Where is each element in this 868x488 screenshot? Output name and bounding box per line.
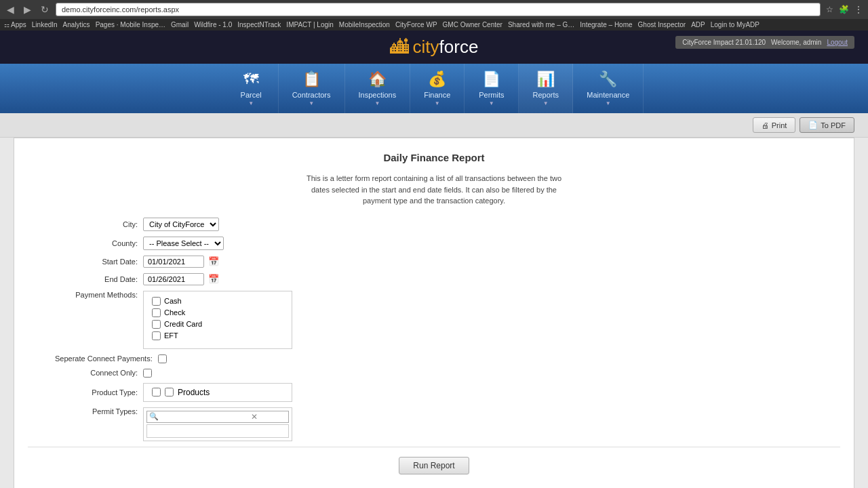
product-type-control: Products [143, 383, 292, 402]
integrate-bookmark[interactable]: Integrate – Home [580, 21, 632, 28]
nav-item-finance[interactable]: 💰 Finance ▼ [410, 64, 465, 113]
notify-welcome: Welcome, admin [771, 39, 821, 46]
payment-methods-label: Payment Methods: [55, 291, 143, 299]
nav-items: 🗺 Parcel ▼ 📋 Contractors ▼ 🏠 Inspections… [224, 64, 644, 113]
gmc-bookmark[interactable]: GMC Owner Center [443, 21, 502, 28]
browser-chrome: ◀ ▶ ↻ ☆ 🧩 ⋮ [0, 0, 868, 19]
inspections-icon: 🏠 [368, 70, 387, 88]
product-type-section: Products [143, 383, 292, 402]
adp-bookmark[interactable]: ADP [691, 21, 705, 28]
end-date-row: End Date: 📅 [28, 273, 840, 285]
refresh-button[interactable]: ↻ [38, 3, 52, 16]
permit-types-row: Permit Types: 🔍 ✕ [28, 407, 840, 441]
credit-card-checkbox[interactable] [152, 320, 161, 329]
nav-label-finance: Finance [424, 91, 450, 99]
finance-icon: 💰 [428, 70, 446, 88]
start-date-input[interactable] [143, 256, 204, 268]
inspectntrack-bookmark[interactable]: InspectNTrack [237, 21, 281, 28]
end-date-input[interactable] [143, 273, 204, 285]
cash-label: Cash [164, 297, 182, 305]
calendar-end-icon[interactable]: 📅 [208, 274, 219, 284]
gmail-bookmark[interactable]: Gmail [171, 21, 189, 28]
products-checkbox[interactable] [165, 388, 174, 396]
product-type-label: Product Type: [55, 388, 143, 396]
check-checkbox[interactable] [152, 308, 161, 317]
mobile-inspect-bookmark[interactable]: MobileInspection [339, 21, 390, 28]
run-report-row: Run Report [28, 457, 840, 474]
separate-connect-control [158, 354, 167, 363]
payment-methods-row: Payment Methods: Cash Check Credit Card [28, 291, 840, 349]
reports-icon: 📊 [536, 70, 555, 88]
settings-icon[interactable]: ⋮ [853, 3, 864, 16]
forward-button[interactable]: ▶ [21, 3, 34, 16]
payment-methods-section: Cash Check Credit Card EFT [143, 291, 292, 349]
linkedin-bookmark[interactable]: LinkedIn [32, 21, 58, 28]
impact-bookmark[interactable]: IMPACT | Login [286, 21, 333, 28]
eft-checkbox[interactable] [152, 331, 161, 340]
address-bar[interactable] [56, 3, 821, 16]
products-label: Products [178, 388, 210, 397]
city-label: City: [55, 220, 143, 228]
logo-building-icon: 🏙 [390, 36, 409, 58]
pages-bookmark[interactable]: Pages · Mobile Inspe… [96, 21, 165, 28]
shared-bookmark[interactable]: Shared with me – G… [508, 21, 574, 28]
end-date-label: End Date: [55, 275, 143, 283]
wildfire-bookmark[interactable]: Wildfire - 1.0 [194, 21, 232, 28]
ghost-inspector-bookmark[interactable]: Ghost Inspector [638, 21, 686, 28]
chevron-down-icon: ▼ [435, 100, 440, 106]
calendar-icon[interactable]: 📅 [208, 256, 219, 266]
nav-item-contractors[interactable]: 📋 Contractors ▼ [279, 64, 345, 113]
back-button[interactable]: ◀ [4, 3, 17, 16]
permit-search-wrap: 🔍 ✕ [143, 407, 292, 441]
city-control: City of CityForce [143, 218, 219, 231]
myadp-bookmark[interactable]: Login to MyADP [711, 21, 760, 28]
print-button[interactable]: 🖨 Print [753, 117, 796, 133]
browser-icons: ☆ 🧩 ⋮ [825, 3, 864, 16]
extensions-icon[interactable]: 🧩 [837, 3, 850, 16]
county-label: County: [55, 239, 143, 247]
pdf-icon: 📄 [808, 121, 818, 129]
apps-bookmark[interactable]: ⚏ Apps [4, 21, 26, 28]
main-form: Daily Finance Report This is a letter fo… [14, 138, 854, 488]
notify-version: CityForce Impact 21.01.120 [682, 39, 766, 46]
city-select[interactable]: City of CityForce [143, 218, 219, 231]
cityforce-wp-bookmark[interactable]: CityForce WP [395, 21, 437, 28]
nav-item-reports[interactable]: 📊 Reports ▼ [519, 64, 573, 113]
run-report-button[interactable]: Run Report [399, 457, 469, 474]
chevron-down-icon: ▼ [489, 100, 494, 106]
cash-checkbox[interactable] [152, 297, 161, 306]
chevron-down-icon: ▼ [309, 100, 314, 106]
analytics-bookmark[interactable]: Analytics [63, 21, 90, 28]
star-icon[interactable]: ☆ [825, 3, 835, 16]
cash-checkbox-row: Cash [152, 297, 283, 306]
print-label: Print [772, 121, 787, 129]
payment-methods-control: Cash Check Credit Card EFT [143, 291, 292, 349]
permit-dropdown [146, 424, 289, 438]
chevron-down-icon: ▼ [374, 100, 380, 106]
separate-connect-row: Seperate Connect Payments: [28, 354, 840, 363]
form-title: Daily Finance Report [28, 152, 840, 163]
nav-item-inspections[interactable]: 🏠 Inspections ▼ [345, 64, 411, 113]
product-type-checkbox[interactable] [152, 388, 161, 396]
nav-label-parcel: Parcel [241, 91, 262, 99]
chevron-down-icon: ▼ [248, 100, 254, 106]
app-header: 🏙 cityforce CityForce Impact 21.01.120 W… [0, 30, 868, 64]
check-label: Check [164, 308, 185, 317]
permit-search-input[interactable] [161, 411, 249, 422]
credit-card-checkbox-row: Credit Card [152, 320, 283, 329]
nav-label-permits: Permits [479, 91, 504, 99]
nav-item-maintenance[interactable]: 🔧 Maintenance ▼ [573, 64, 644, 113]
logout-link[interactable]: Logout [827, 39, 848, 46]
permit-types-label: Permit Types: [55, 407, 143, 415]
maintenance-icon: 🔧 [599, 70, 617, 88]
nav-item-permits[interactable]: 📄 Permits ▼ [465, 64, 519, 113]
logo-text: cityforce [413, 37, 479, 58]
separate-connect-checkbox[interactable] [158, 354, 167, 363]
clear-search-icon[interactable]: ✕ [249, 412, 260, 422]
connect-only-checkbox[interactable] [143, 369, 152, 378]
permit-search-input-wrap: 🔍 ✕ [146, 411, 289, 423]
chevron-down-icon: ▼ [606, 100, 611, 106]
county-select[interactable]: -- Please Select -- [143, 237, 224, 250]
nav-item-parcel[interactable]: 🗺 Parcel ▼ [224, 64, 279, 113]
to-pdf-button[interactable]: 📄 To PDF [800, 117, 854, 133]
